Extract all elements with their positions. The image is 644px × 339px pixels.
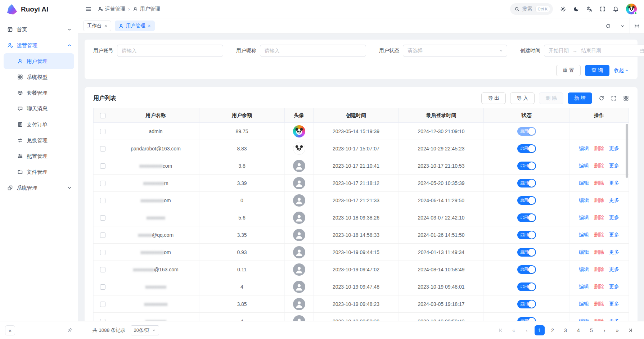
edit-link[interactable]: 编辑 [579, 249, 589, 255]
row-checkbox[interactable] [100, 215, 105, 221]
more-link[interactable]: 更多 [609, 214, 619, 220]
sidebar-item-file-management[interactable]: 文件管理 [4, 164, 74, 180]
close-icon[interactable]: × [104, 23, 107, 29]
dark-mode-moon-icon[interactable] [573, 6, 579, 12]
row-checkbox[interactable] [100, 284, 105, 290]
sidebar-item-system-models[interactable]: 系统模型 [4, 69, 74, 85]
status-toggle[interactable]: 启用 [517, 196, 536, 205]
more-link[interactable]: 更多 [609, 318, 619, 321]
breadcrumb-operations[interactable]: 运营管理 [98, 6, 125, 12]
delete-link[interactable]: 删除 [594, 145, 604, 151]
status-toggle[interactable]: 启用 [517, 162, 536, 170]
breadcrumb-user-management[interactable]: 用户管理 [133, 6, 160, 12]
query-button[interactable]: 查 询 [585, 65, 609, 76]
sidebar-item-chat-messages[interactable]: 聊天消息 [4, 101, 74, 117]
sidebar-item-system[interactable]: 系统管理 [0, 180, 78, 196]
settings-gear-icon[interactable] [560, 6, 566, 12]
edit-link[interactable]: 编辑 [579, 284, 589, 289]
delete-link[interactable]: 删除 [594, 163, 604, 168]
first-page-icon[interactable] [496, 325, 506, 335]
logo[interactable]: Ruoyi AI [0, 0, 78, 19]
edit-link[interactable]: 编辑 [579, 163, 589, 168]
more-link[interactable]: 更多 [609, 284, 619, 289]
export-button[interactable]: 导 出 [481, 92, 506, 104]
edit-link[interactable]: 编辑 [579, 145, 589, 151]
row-checkbox[interactable] [100, 302, 105, 307]
row-checkbox[interactable] [100, 163, 105, 169]
delete-link[interactable]: 删除 [594, 318, 604, 321]
refresh-icon[interactable] [601, 18, 615, 33]
sidebar-item-package-management[interactable]: 套餐管理 [4, 85, 74, 101]
chevron-down-icon[interactable] [615, 18, 630, 33]
status-toggle[interactable]: 启用 [517, 231, 536, 239]
status-toggle[interactable]: 启用 [517, 144, 536, 153]
more-link[interactable]: 更多 [609, 301, 619, 307]
edit-link[interactable]: 编辑 [579, 301, 589, 307]
delete-link[interactable]: 删除 [594, 249, 604, 255]
edit-link[interactable]: 编辑 [579, 266, 589, 272]
collapse-filter-link[interactable]: 收起 [614, 67, 629, 74]
row-checkbox[interactable] [100, 198, 105, 203]
jump-back-icon[interactable]: « [509, 325, 519, 335]
pin-icon[interactable] [67, 327, 73, 333]
row-checkbox[interactable] [100, 146, 105, 152]
sidebar-item-payment-orders[interactable]: 支付订单 [4, 117, 74, 132]
sidebar-item-operations[interactable]: 运营管理 [0, 37, 78, 53]
sidebar-item-exchange-management[interactable]: 兑换管理 [4, 132, 74, 148]
delete-link[interactable]: 删除 [594, 266, 604, 272]
prev-page-icon[interactable]: ‹ [522, 325, 532, 335]
edit-link[interactable]: 编辑 [579, 197, 589, 203]
delete-link[interactable]: 删除 [594, 180, 604, 186]
status-toggle[interactable]: 启用 [517, 282, 536, 291]
more-link[interactable]: 更多 [609, 180, 619, 186]
page-button-3[interactable]: 3 [560, 325, 571, 335]
page-button-1[interactable]: 1 [535, 325, 545, 335]
edit-link[interactable]: 编辑 [579, 318, 589, 321]
status-select[interactable]: 请选择 [403, 45, 507, 57]
hamburger-menu-icon[interactable] [85, 6, 91, 12]
last-page-icon[interactable] [625, 325, 635, 335]
fullscreen-icon[interactable] [611, 95, 617, 101]
import-button[interactable]: 导 入 [510, 92, 535, 104]
delete-link[interactable]: 删除 [594, 232, 604, 238]
row-checkbox[interactable] [100, 319, 105, 321]
page-button-2[interactable]: 2 [548, 325, 558, 335]
vertical-scrollbar[interactable] [626, 124, 628, 178]
edit-link[interactable]: 编辑 [579, 180, 589, 186]
delete-link[interactable]: 删除 [594, 197, 604, 203]
page-button-5[interactable]: 5 [586, 325, 596, 335]
edit-link[interactable]: 编辑 [579, 232, 589, 238]
status-toggle[interactable]: 启用 [517, 127, 536, 136]
status-toggle[interactable]: 启用 [517, 265, 536, 274]
row-checkbox[interactable] [100, 267, 105, 272]
delete-link[interactable]: 删除 [594, 301, 604, 307]
column-settings-grid-icon[interactable] [623, 95, 629, 101]
user-avatar[interactable] [626, 4, 637, 14]
tab-workbench[interactable]: 工作台 × [83, 21, 111, 31]
row-checkbox[interactable] [100, 232, 105, 238]
status-toggle[interactable]: 启用 [517, 300, 536, 308]
sidebar-item-config-management[interactable]: 配置管理 [4, 148, 74, 164]
status-toggle[interactable]: 启用 [517, 213, 536, 222]
sidebar-collapse-button[interactable]: « [5, 325, 15, 335]
more-link[interactable]: 更多 [609, 163, 619, 168]
more-link[interactable]: 更多 [609, 266, 619, 272]
page-button-4[interactable]: 4 [573, 325, 584, 335]
edit-link[interactable]: 编辑 [579, 214, 589, 220]
fullscreen-icon[interactable] [600, 6, 605, 12]
add-button[interactable]: 新 增 [568, 92, 592, 104]
more-link[interactable]: 更多 [609, 145, 619, 151]
row-checkbox[interactable] [100, 250, 105, 255]
close-icon[interactable]: × [148, 23, 151, 29]
more-link[interactable]: 更多 [609, 197, 619, 203]
page-size-select[interactable]: 20条/页 [131, 325, 159, 335]
notifications-bell-icon[interactable] [613, 6, 619, 12]
delete-link[interactable]: 删除 [594, 284, 604, 289]
sidebar-item-home[interactable]: 首页 [0, 22, 78, 37]
more-link[interactable]: 更多 [609, 232, 619, 238]
delete-link[interactable]: 删除 [594, 214, 604, 220]
nickname-input[interactable] [260, 45, 366, 57]
status-toggle[interactable]: 启用 [517, 179, 536, 187]
next-page-icon[interactable]: › [599, 325, 609, 335]
row-checkbox[interactable] [100, 181, 105, 186]
